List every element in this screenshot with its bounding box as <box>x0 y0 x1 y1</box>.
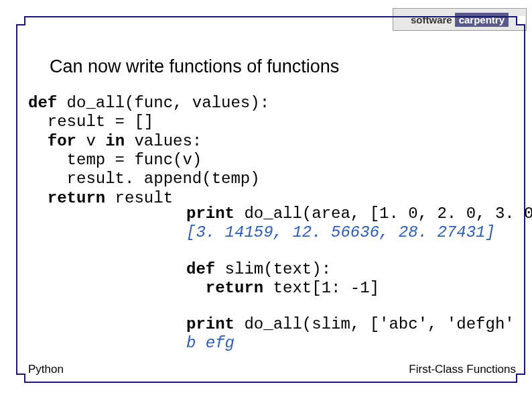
code-block-do-all: def do_all(func, values): result = [] fo… <box>28 94 269 208</box>
code-text: slim(text): <box>215 260 331 278</box>
corner-bottom-right <box>516 374 525 383</box>
code-text: do_all(func, values): <box>57 94 269 112</box>
code-block-slim-def: def slim(text): return text[1: -1] <box>186 260 379 298</box>
kw-in: in <box>105 132 125 150</box>
code-text: temp = func(v) <box>28 151 202 169</box>
kw-for: for <box>28 132 76 150</box>
code-text: result <box>105 189 173 207</box>
footer-left: Python <box>28 363 64 376</box>
kw-print: print <box>186 205 235 223</box>
code-text: do_all(area, [1. 0, 2. 0, 3. 0] <box>235 205 532 223</box>
kw-return: return <box>28 189 105 207</box>
output-text: [3. 14159, 12. 56636, 28. 27431] <box>186 223 495 241</box>
kw-def: def <box>28 94 57 112</box>
kw-print: print <box>186 315 235 333</box>
output-text: b efg <box>186 334 235 352</box>
code-text: do_all(slim, ['abc', 'defgh' <box>235 315 515 333</box>
code-text: text[1: -1] <box>263 279 379 297</box>
corner-bottom-left <box>16 374 25 383</box>
corner-top-left <box>16 16 25 25</box>
slide-heading: Can now write functions of functions <box>50 56 339 77</box>
kw-return: return <box>186 279 263 297</box>
code-block-print-area: print do_all(area, [1. 0, 2. 0, 3. 0] [3… <box>186 205 532 243</box>
code-text: v <box>76 132 105 150</box>
corner-top-right <box>516 16 525 25</box>
code-text: result = [] <box>28 113 153 131</box>
code-block-print-slim: print do_all(slim, ['abc', 'defgh' b efg <box>186 315 515 353</box>
kw-def: def <box>186 260 215 278</box>
footer-right: First-Class Functions <box>409 363 516 376</box>
code-text: result. append(temp) <box>28 170 260 188</box>
code-text: values: <box>125 132 202 150</box>
